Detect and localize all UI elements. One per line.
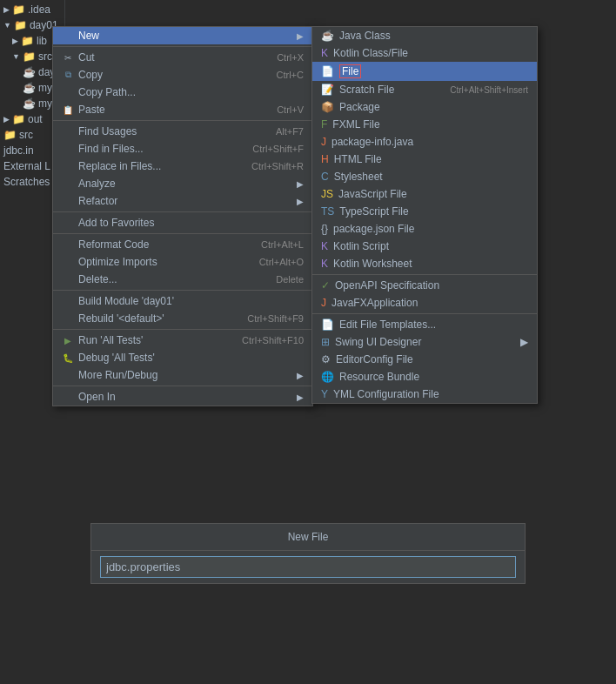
menu-item-paste[interactable]: 📋 Paste Ctrl+V xyxy=(53,101,312,118)
submenu-item-fxml[interactable]: F FXML File xyxy=(312,116,537,133)
separator xyxy=(53,211,312,212)
submenu-label: TypeScript File xyxy=(339,205,408,218)
menu-label: Copy Path... xyxy=(78,86,136,98)
shortcut: Ctrl+Alt+O xyxy=(259,257,304,267)
submenu-item-package-info[interactable]: J package-info.java xyxy=(312,133,537,151)
shortcut: Ctrl+V xyxy=(277,104,304,115)
menu-item-find-usages[interactable]: Find Usages Alt+F7 xyxy=(53,123,312,140)
folder-icon: 📁 xyxy=(12,3,25,16)
menu-label: Replace in Files... xyxy=(78,160,161,172)
menu-item-optimize[interactable]: Optimize Imports Ctrl+Alt+O xyxy=(53,253,312,271)
java-icon: ☕ xyxy=(23,97,36,110)
submenu-label: Scratch File xyxy=(339,84,394,96)
cut-icon: ✂ xyxy=(62,51,74,64)
submenu-item-kotlin-worksheet[interactable]: K Kotlin Worksheet xyxy=(312,255,537,272)
separator xyxy=(53,290,312,291)
shortcut: Ctrl+Alt+Shift+Insert xyxy=(450,85,528,95)
menu-item-copy[interactable]: ⧉ Copy Ctrl+C xyxy=(53,66,312,84)
item-label: Scratches xyxy=(3,176,50,188)
submenu-label: OpenAPI Specification xyxy=(335,279,439,292)
submenu-item-scratch[interactable]: 📝 Scratch File Ctrl+Alt+Shift+Insert xyxy=(312,81,537,98)
shortcut: Ctrl+X xyxy=(277,52,304,63)
menu-item-refactor[interactable]: Refactor ▶ xyxy=(53,192,312,210)
package-info-icon: J xyxy=(321,136,326,148)
menu-label: Rebuild '<default>' xyxy=(78,312,164,325)
menu-item-rebuild[interactable]: Rebuild '<default>' Ctrl+Shift+F9 xyxy=(53,310,312,327)
yaml-icon: Y xyxy=(321,388,328,400)
new-file-input[interactable] xyxy=(100,556,516,578)
dialog-overlay: New File xyxy=(0,423,616,684)
submenu-item-resource-bundle[interactable]: 🌐 Resource Bundle xyxy=(312,368,537,386)
java-icon: ☕ xyxy=(23,66,36,78)
menu-label: Cut xyxy=(78,51,95,64)
submenu-label: Kotlin Class/File xyxy=(333,47,408,59)
submenu-arrow: ▶ xyxy=(297,197,304,206)
submenu-item-yaml[interactable]: Y YML Configuration File xyxy=(312,386,537,403)
optimize-icon xyxy=(62,256,74,268)
menu-item-analyze[interactable]: Analyze ▶ xyxy=(53,175,312,192)
menu-item-debug-tests[interactable]: 🐛 Debug 'All Tests' xyxy=(53,349,312,366)
submenu-label: Kotlin Worksheet xyxy=(333,258,412,270)
submenu-label: EditorConfig File xyxy=(336,353,413,365)
shortcut: Alt+F7 xyxy=(276,126,304,137)
item-label: src xyxy=(19,129,33,141)
folder-icon: 📁 xyxy=(21,35,34,47)
submenu-item-openapi[interactable]: ✓ OpenAPI Specification xyxy=(312,277,537,294)
submenu-item-editorconfig[interactable]: ⚙ EditorConfig File xyxy=(312,351,537,368)
submenu-item-kotlin-script[interactable]: K Kotlin Script xyxy=(312,238,537,255)
menu-label: Delete... xyxy=(78,273,117,285)
shortcut: Ctrl+C xyxy=(277,70,304,80)
submenu-item-javafx[interactable]: J JavaFXApplication xyxy=(312,294,537,312)
submenu-item-java-class[interactable]: ☕ Java Class xyxy=(312,27,537,44)
submenu-arrow: ▶ xyxy=(297,31,304,41)
submenu-item-stylesheet[interactable]: C Stylesheet xyxy=(312,168,537,185)
find-files-icon xyxy=(62,143,74,155)
replace-icon xyxy=(62,160,74,172)
menu-label: Find in Files... xyxy=(78,143,144,155)
submenu-item-edit-templates[interactable]: 📄 Edit File Templates... xyxy=(312,316,537,333)
folder-icon: 📁 xyxy=(23,50,36,63)
menu-item-new[interactable]: New ▶ xyxy=(53,27,312,44)
submenu-label: Edit File Templates... xyxy=(339,319,436,331)
swing-icon: ⊞ xyxy=(321,336,330,348)
submenu-item-json[interactable]: {} package.json File xyxy=(312,220,537,238)
submenu-item-swing[interactable]: ⊞ Swing UI Designer ▶ xyxy=(312,333,537,351)
menu-item-open-in[interactable]: Open In ▶ xyxy=(53,388,312,406)
out-icon: 📁 xyxy=(12,113,25,125)
submenu-item-file[interactable]: 📄 File xyxy=(312,62,537,81)
submenu-new: ☕ Java Class K Kotlin Class/File 📄 File … xyxy=(311,26,538,404)
menu-item-replace[interactable]: Replace in Files... Ctrl+Shift+R xyxy=(53,158,312,175)
submenu-label: Package xyxy=(339,101,380,113)
submenu-label: JavaFXApplication xyxy=(331,297,418,309)
menu-label: Add to Favorites xyxy=(78,217,154,229)
submenu-item-kotlin-file[interactable]: K Kotlin Class/File xyxy=(312,44,537,62)
edit-templates-icon: 📄 xyxy=(321,319,334,331)
project-item-idea[interactable]: ▶ 📁 .idea xyxy=(0,2,64,17)
collapse-arrow: ▶ xyxy=(12,37,18,45)
new-icon xyxy=(62,30,74,42)
separator xyxy=(53,120,312,121)
shortcut: Ctrl+Alt+L xyxy=(261,239,304,250)
shortcut: Ctrl+Shift+F10 xyxy=(242,335,304,345)
editorconfig-icon: ⚙ xyxy=(321,353,331,365)
menu-item-cut[interactable]: ✂ Cut Ctrl+X xyxy=(53,49,312,66)
submenu-item-package[interactable]: 📦 Package xyxy=(312,98,537,116)
item-label: jdbc.in xyxy=(3,144,34,157)
submenu-label: Resource Bundle xyxy=(339,371,419,383)
menu-item-delete[interactable]: Delete... Delete xyxy=(53,271,312,288)
menu-item-more-run[interactable]: More Run/Debug ▶ xyxy=(53,366,312,384)
menu-item-build[interactable]: Build Module 'day01' xyxy=(53,292,312,310)
submenu-item-html[interactable]: H HTML File xyxy=(312,151,537,168)
item-label: out xyxy=(28,113,43,125)
resource-icon: 🌐 xyxy=(321,371,334,383)
menu-item-copy-path[interactable]: Copy Path... xyxy=(53,84,312,101)
menu-item-find-files[interactable]: Find in Files... Ctrl+Shift+F xyxy=(53,140,312,158)
menu-item-run-tests[interactable]: ▶ Run 'All Tests' Ctrl+Shift+F10 xyxy=(53,332,312,349)
menu-item-favorites[interactable]: Add to Favorites xyxy=(53,214,312,231)
submenu-item-ts[interactable]: TS TypeScript File xyxy=(312,203,537,220)
analyze-icon xyxy=(62,178,74,190)
submenu-label: HTML File xyxy=(334,153,382,165)
submenu-item-js[interactable]: JS JavaScript File xyxy=(312,185,537,203)
menu-item-reformat[interactable]: Reformat Code Ctrl+Alt+L xyxy=(53,236,312,253)
submenu-label: FXML File xyxy=(332,118,379,131)
